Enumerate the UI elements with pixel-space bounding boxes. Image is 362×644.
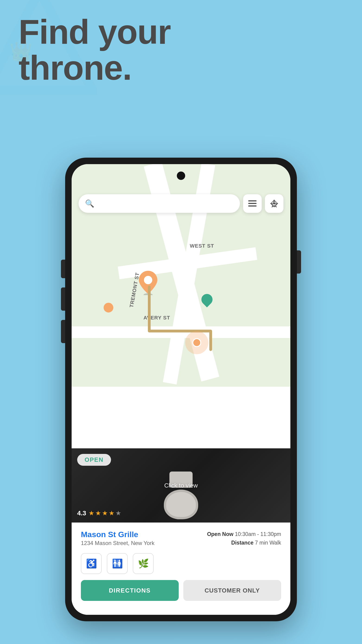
open-status-badge: OPEN (77, 454, 111, 466)
map-marker-green[interactable] (199, 292, 215, 308)
toilet-illustration (162, 472, 200, 518)
map-marker-small[interactable] (104, 303, 113, 312)
phone-screen: WEST ST TREMONT ST AVERY ST (72, 164, 290, 615)
search-icon: 🔍 (85, 199, 94, 208)
venue-card: OPEN Click to view 4.3 ★ ★ ★ ★ ★ (72, 448, 290, 615)
svg-rect-4 (248, 200, 256, 202)
volume-up-button[interactable] (61, 260, 65, 278)
headline-line1: Find your (18, 14, 344, 50)
action-row: DIRECTIONS CUSTOMER ONLY (81, 580, 281, 610)
headline-line2: throne. (18, 50, 344, 86)
amenity-eco[interactable]: 🌿 (133, 553, 154, 574)
eco-icon: 🌿 (138, 558, 149, 569)
svg-rect-6 (248, 206, 256, 206)
camera-notch (177, 172, 185, 180)
rating-badge: 4.3 ★ ★ ★ ★ ★ (77, 509, 121, 517)
svg-point-12 (273, 202, 275, 204)
venue-photo[interactable]: OPEN Click to view 4.3 ★ ★ ★ ★ ★ (72, 448, 290, 522)
star-1: ★ (88, 509, 94, 517)
amenity-row: ♿ 🚻 🌿 (81, 553, 281, 574)
search-bar-container: 🔍 (78, 194, 284, 213)
svg-point-3 (144, 276, 152, 284)
map-view[interactable]: WEST ST TREMONT ST AVERY ST (72, 164, 290, 387)
directions-button[interactable]: DIRECTIONS (81, 580, 179, 601)
search-input[interactable] (98, 200, 234, 207)
my-location-button[interactable] (265, 194, 284, 213)
open-now-label: Open Now (207, 531, 234, 537)
amenity-family[interactable]: 🚻 (107, 553, 128, 574)
headline: Find your throne. (18, 14, 344, 86)
star-3: ★ (102, 509, 108, 517)
venue-name-row: Mason St Grille 1234 Mason Street, New Y… (81, 530, 281, 547)
venue-hours-row: Open Now 10:30am - 11:30pm (207, 530, 281, 538)
road-label-west-st: WEST ST (190, 243, 214, 249)
venue-info: Mason St Grille 1234 Mason Street, New Y… (72, 522, 290, 615)
power-button[interactable] (297, 250, 301, 274)
svg-rect-5 (248, 203, 256, 204)
star-rating: ★ ★ ★ ★ ★ (88, 509, 121, 517)
star-4: ★ (109, 509, 114, 517)
distance-value: 7 min Walk (255, 540, 281, 546)
star-2: ★ (95, 509, 101, 517)
venue-name: Mason St Grille (81, 530, 154, 539)
silent-button[interactable] (61, 320, 65, 343)
venue-hours: 10:30am - 11:30pm (235, 531, 281, 537)
family-icon: 🚻 (112, 558, 123, 569)
customer-only-button[interactable]: CUSTOMER ONLY (183, 580, 281, 601)
map-marker-selected[interactable] (138, 271, 158, 295)
search-bar[interactable]: 🔍 (78, 194, 240, 213)
phone-device: WEST ST TREMONT ST AVERY ST (65, 158, 297, 621)
rating-number: 4.3 (77, 510, 86, 517)
venue-meta: Open Now 10:30am - 11:30pm Distance 7 mi… (207, 530, 281, 547)
map-road-4 (72, 326, 290, 338)
venue-address: 1234 Mason Street, New York (81, 540, 154, 546)
amenity-accessible[interactable]: ♿ (81, 553, 102, 574)
current-location-marker (185, 331, 208, 354)
star-5: ★ (116, 509, 121, 517)
volume-down-button[interactable] (61, 288, 65, 311)
venue-name-group: Mason St Grille 1234 Mason Street, New Y… (81, 530, 154, 546)
road-label-avery-st: AVERY ST (144, 315, 170, 321)
accessible-icon: ♿ (86, 558, 97, 569)
filter-button[interactable] (243, 194, 262, 213)
distance-label: Distance (231, 540, 254, 546)
current-location-dot (192, 338, 201, 347)
venue-distance-row: Distance 7 min Walk (207, 538, 281, 547)
phone-frame: WEST ST TREMONT ST AVERY ST (65, 158, 297, 621)
click-to-view-label[interactable]: Click to view (164, 482, 198, 489)
